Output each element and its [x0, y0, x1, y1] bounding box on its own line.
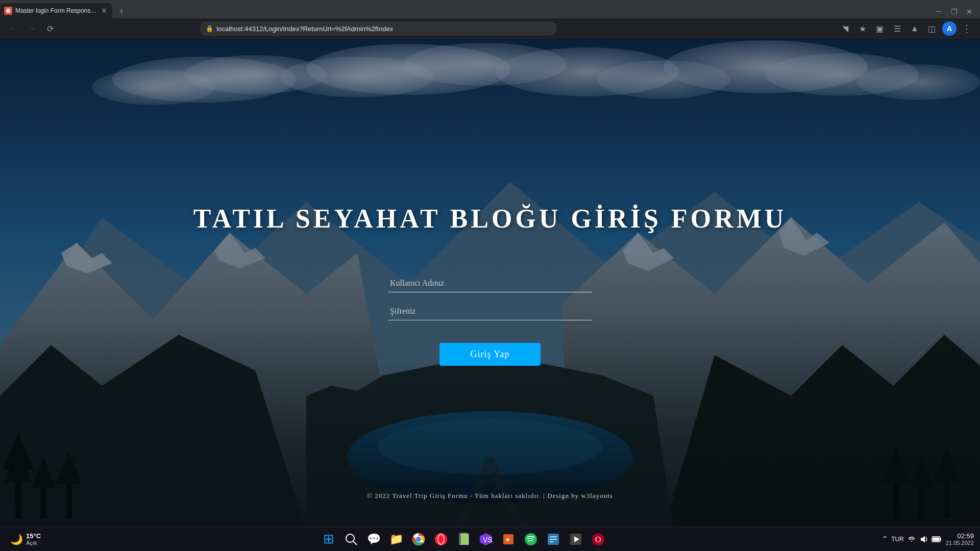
login-container: TATIL SEYAHAT BLOĞU GİRİŞ FORMU Giriş Ya… — [0, 39, 980, 531]
clock-widget: 02:59 21.05.2022 — [946, 532, 974, 546]
url-text: localhost:44312/Login/Index?ReturnUrl=%2… — [216, 25, 393, 33]
language-indicator: TUR — [891, 536, 904, 543]
lock-icon: 🔒 — [206, 25, 213, 33]
toolbar-right: ◥ ★ ▣ ☰ ▲ ◫ A ⋮ — [838, 21, 974, 36]
edit-button[interactable] — [544, 530, 562, 548]
reload-button[interactable]: ⟳ — [43, 21, 57, 36]
footer-text: © 2022 Travel Trip Giriş Formu - Tüm hak… — [0, 492, 980, 500]
svg-marker-56 — [921, 536, 925, 543]
svg-text:VS: VS — [483, 536, 493, 544]
svg-text:O: O — [595, 535, 601, 544]
password-input[interactable] — [388, 303, 592, 320]
time-display: 02:59 — [957, 532, 974, 540]
tab-favicon-icon — [4, 7, 12, 15]
tab-bar: Master login Form Responsive W... ✕ + ─ … — [0, 0, 980, 18]
weather-widget: 🌙 15°C Açık — [6, 530, 45, 548]
taskbar-right: ⌃ TUR 02:59 21.05.2022 — [876, 532, 980, 546]
spotify-button[interactable] — [522, 530, 540, 548]
system-tray: ⌃ TUR — [882, 535, 942, 544]
weather-icon: 🌙 — [10, 533, 23, 545]
svg-point-40 — [416, 537, 421, 542]
extensions-button[interactable]: ▣ — [873, 21, 887, 36]
username-group — [388, 274, 592, 292]
new-tab-button[interactable]: + — [114, 4, 129, 18]
minimize-button[interactable]: ─ — [932, 5, 945, 18]
svg-text:✦: ✦ — [505, 536, 511, 544]
tab-title: Master login Form Responsive W... — [15, 7, 97, 14]
password-group — [388, 303, 592, 320]
folder-button[interactable]: 📁 — [387, 530, 405, 548]
tab-bar-controls: ─ ❐ ✕ — [932, 5, 980, 18]
weather-info: 15°C Açık — [26, 532, 41, 546]
url-bar[interactable]: 🔒 localhost:44312/Login/Index?ReturnUrl=… — [200, 21, 557, 36]
page-content: TATIL SEYAHAT BLOĞU GİRİŞ FORMU Giriş Ya… — [0, 39, 980, 531]
search-taskbar-button[interactable] — [342, 530, 360, 548]
svg-point-41 — [435, 533, 447, 545]
taskbar-left: 🌙 15°C Açık — [0, 530, 51, 548]
close-button[interactable]: ✕ — [963, 5, 976, 18]
opera-button[interactable] — [432, 530, 450, 548]
tab-close-button[interactable]: ✕ — [100, 7, 108, 15]
address-bar: ← → ⟳ 🔒 localhost:44312/Login/Index?Retu… — [0, 18, 980, 39]
svg-rect-58 — [940, 538, 941, 540]
wifi-icon — [907, 535, 916, 544]
windows-start-button[interactable]: ⊞ — [320, 530, 338, 548]
tab-search-button[interactable]: ▲ — [908, 21, 922, 36]
chat-button[interactable]: 💬 — [364, 530, 383, 548]
profile-button[interactable]: A — [942, 21, 957, 36]
restore-button[interactable]: ❐ — [947, 5, 961, 18]
media-button[interactable] — [567, 530, 585, 548]
username-input[interactable] — [388, 274, 592, 292]
back-button[interactable]: ← — [6, 21, 20, 36]
temperature: 15°C — [26, 532, 41, 540]
date-display: 21.05.2022 — [946, 540, 974, 546]
browser-sync-button[interactable]: ☰ — [890, 21, 904, 36]
menu-button[interactable]: ⋮ — [960, 21, 974, 36]
login-button[interactable]: Giriş Yap — [439, 343, 540, 366]
chrome-button[interactable] — [409, 530, 428, 548]
speaker-icon — [919, 535, 928, 544]
svg-point-47 — [525, 533, 537, 545]
svg-point-37 — [346, 534, 354, 542]
weather-description: Açık — [26, 540, 41, 546]
split-button[interactable]: ◫ — [925, 21, 939, 36]
browser-chrome: Master login Form Responsive W... ✕ + ─ … — [0, 0, 980, 39]
tray-up-icon[interactable]: ⌃ — [882, 535, 888, 543]
bookmark-star-button[interactable]: ★ — [855, 21, 870, 36]
page-title: TATIL SEYAHAT BLOĞU GİRİŞ FORMU — [193, 204, 787, 234]
taskbar-center: ⊞ 💬 📁 📗 — [51, 530, 876, 548]
cast-button[interactable]: ◥ — [838, 21, 852, 36]
whatsapp-button[interactable]: 📗 — [454, 530, 473, 548]
debug-button[interactable]: ✦ — [499, 530, 518, 548]
svg-rect-59 — [933, 537, 939, 541]
svg-line-38 — [353, 541, 357, 545]
active-tab[interactable]: Master login Form Responsive W... ✕ — [0, 3, 112, 18]
taskbar: 🌙 15°C Açık ⊞ 💬 📁 — [0, 527, 980, 551]
battery-icon — [932, 536, 942, 543]
forward-button[interactable]: → — [24, 21, 39, 36]
visual-studio-button[interactable]: VS — [477, 530, 495, 548]
opera2-button[interactable]: O — [589, 530, 607, 548]
